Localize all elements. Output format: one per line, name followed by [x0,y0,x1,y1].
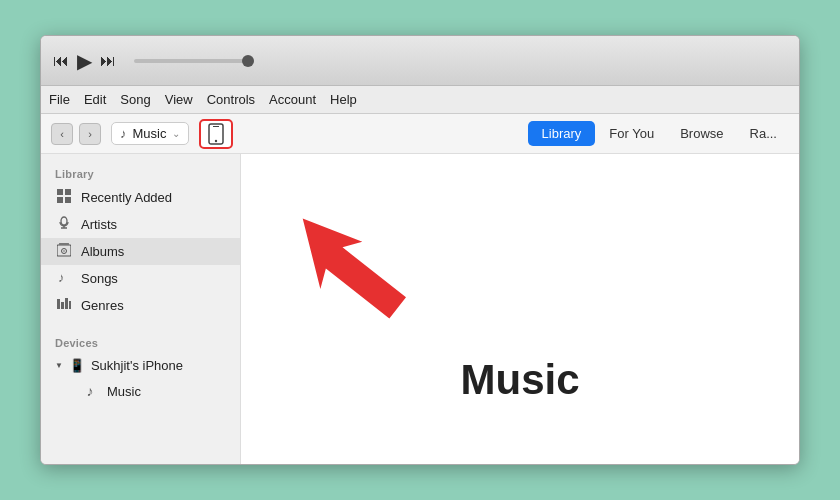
genres-label: Genres [81,298,124,313]
device-phone-icon: 📱 [69,358,85,373]
main-content: Library Recently Added Artists Albums [41,154,799,464]
svg-marker-19 [301,193,411,334]
tab-library[interactable]: Library [528,121,596,146]
svg-rect-11 [59,243,69,245]
tab-radio[interactable]: Ra... [738,121,789,146]
menu-file[interactable]: File [49,92,70,107]
menu-edit[interactable]: Edit [84,92,106,107]
grid-icon [55,189,73,206]
toolbar: ‹ › ♪ Music ⌄ Library For You Browse Ra.… [41,114,799,154]
sidebar-item-artists[interactable]: Artists [41,211,240,238]
sidebar-item-albums[interactable]: Albums [41,238,240,265]
svg-point-13 [63,250,65,252]
music-selector-label: Music [133,126,167,141]
svg-rect-4 [65,189,71,195]
title-bar: ⏮ ▶ ⏭ [41,36,799,86]
albums-label: Albums [81,244,124,259]
tab-browse[interactable]: Browse [668,121,735,146]
nav-tabs: Library For You Browse Ra... [528,121,789,146]
sidebar-item-songs[interactable]: ♪ Songs [41,265,240,292]
content-area: Music [241,154,799,464]
svg-rect-15 [57,299,60,309]
album-icon [55,243,73,260]
forward-nav-button[interactable]: › [79,123,101,145]
content-main-title: Music [460,356,579,404]
sidebar: Library Recently Added Artists Albums [41,154,241,464]
menu-bar: File Edit Song View Controls Account Hel… [41,86,799,114]
itunes-window: ⏮ ▶ ⏭ File Edit Song View Controls Accou… [40,35,800,465]
recently-added-label: Recently Added [81,190,172,205]
svg-point-7 [61,217,67,225]
triangle-icon: ▼ [55,361,63,370]
svg-rect-6 [65,197,71,203]
menu-account[interactable]: Account [269,92,316,107]
sidebar-item-genres[interactable]: Genres [41,292,240,319]
songs-label: Songs [81,271,118,286]
back-button[interactable]: ‹ [51,123,73,145]
music-selector[interactable]: ♪ Music ⌄ [111,122,189,145]
svg-rect-16 [61,302,64,309]
svg-rect-18 [69,301,71,309]
svg-rect-17 [65,298,68,309]
bars-icon [55,297,73,314]
artists-label: Artists [81,217,117,232]
devices-section-label: Devices [41,333,240,353]
menu-song[interactable]: Song [120,92,150,107]
svg-rect-5 [57,197,63,203]
svg-text:♪: ♪ [58,270,65,284]
svg-point-1 [215,139,217,141]
forward-button[interactable]: ⏭ [100,52,116,70]
progress-bar [134,59,254,63]
red-arrow [301,174,461,334]
device-name-label: Sukhjit's iPhone [91,358,183,373]
tab-for-you[interactable]: For You [597,121,666,146]
note-icon: ♪ [55,270,73,287]
mic-icon [55,216,73,233]
sidebar-item-device[interactable]: ▼ 📱 Sukhjit's iPhone [41,353,240,378]
device-music-label: Music [107,384,141,399]
play-button[interactable]: ▶ [77,49,92,73]
library-section-label: Library [41,164,240,184]
svg-rect-3 [57,189,63,195]
sidebar-item-recently-added[interactable]: Recently Added [41,184,240,211]
menu-help[interactable]: Help [330,92,357,107]
menu-controls[interactable]: Controls [207,92,255,107]
progress-thumb [242,55,254,67]
device-button[interactable] [199,119,233,149]
dropdown-icon: ⌄ [172,128,180,139]
rewind-button[interactable]: ⏮ [53,52,69,70]
sidebar-item-device-music[interactable]: ♪ Music [41,378,240,404]
music-note-icon: ♪ [120,126,127,141]
arrow-indicator [301,174,461,338]
device-music-icon: ♪ [81,383,99,399]
iphone-icon [207,123,225,145]
menu-view[interactable]: View [165,92,193,107]
transport-controls: ⏮ ▶ ⏭ [53,49,254,73]
